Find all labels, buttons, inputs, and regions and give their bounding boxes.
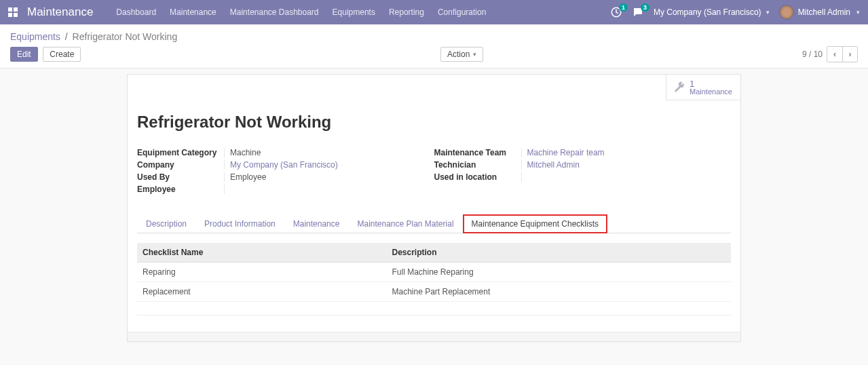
tab-maintenance-equipment-checklists[interactable]: Maintenance Equipment Checklists: [463, 214, 607, 233]
edit-button[interactable]: Edit: [10, 47, 38, 62]
checklist-table-wrap: Checklist Name Description Reparing Full…: [137, 243, 731, 315]
action-label: Action: [447, 50, 470, 59]
maintenance-stat-button[interactable]: 1 Maintenance: [666, 75, 740, 100]
messages-button[interactable]: 3: [632, 6, 644, 18]
create-button[interactable]: Create: [43, 47, 81, 62]
tab-maintenance-plan-material[interactable]: Maintenance Plan Material: [348, 214, 462, 233]
cp-left-buttons: Edit Create: [10, 47, 81, 62]
nav-item-dashboard[interactable]: Dashboard: [116, 7, 156, 17]
breadcrumb-current: Refrigerator Not Working: [73, 31, 178, 42]
tab-product-information[interactable]: Product Information: [195, 214, 284, 233]
label-equipment-category: Equipment Category: [137, 148, 224, 157]
user-menu[interactable]: Mitchell Admin: [779, 5, 860, 20]
value-technician[interactable]: Mitchell Admin: [527, 160, 580, 170]
sheet-footer-strip: [128, 332, 740, 341]
label-technician: Technician: [434, 160, 521, 170]
stat-count: 1: [690, 79, 732, 88]
stat-button-box: 1 Maintenance: [128, 75, 740, 100]
nav-item-configuration[interactable]: Configuration: [438, 7, 486, 17]
pager-prev-button[interactable]: ‹: [827, 47, 842, 62]
tab-description[interactable]: Description: [137, 214, 195, 233]
caret-down-icon: ▾: [473, 51, 476, 58]
stat-label: Maintenance: [690, 88, 732, 96]
avatar: [779, 5, 794, 20]
activities-badge: 1: [619, 3, 628, 12]
form-view: 1 Maintenance Refrigerator Not Working E…: [127, 74, 741, 342]
form-right-column: Maintenance Team Machine Repair team Tec…: [434, 147, 732, 195]
apps-icon[interactable]: [8, 7, 18, 17]
label-employee: Employee: [137, 185, 224, 194]
activities-button[interactable]: 1: [610, 6, 622, 18]
nav-item-equipments[interactable]: Equipments: [333, 7, 375, 17]
action-dropdown[interactable]: Action ▾: [440, 47, 483, 62]
value-equipment-category: Machine: [230, 148, 261, 157]
col-checklist-name[interactable]: Checklist Name: [137, 243, 387, 263]
value-company[interactable]: My Company (San Francisco): [230, 160, 338, 170]
chevron-right-icon: ›: [848, 50, 851, 59]
messages-badge: 3: [641, 3, 649, 12]
breadcrumb-parent[interactable]: Equipments: [10, 31, 60, 42]
label-maintenance-team: Maintenance Team: [434, 148, 521, 157]
nav-item-maintenance-dashboard[interactable]: Maintenance Dashboard: [230, 7, 319, 17]
user-name: Mitchell Admin: [798, 7, 850, 17]
top-navbar: Maintenance Dashboard Maintenance Mainte…: [0, 0, 868, 24]
tab-maintenance[interactable]: Maintenance: [284, 214, 349, 233]
pager-text[interactable]: 9 / 10: [802, 50, 823, 59]
value-maintenance-team[interactable]: Machine Repair team: [527, 148, 605, 157]
notebook-tabs: Description Product Information Maintena…: [137, 214, 731, 233]
pager-buttons: ‹ ›: [827, 46, 858, 62]
table-empty-row: [137, 302, 731, 315]
app-brand[interactable]: Maintenance: [27, 5, 93, 19]
nav-item-reporting[interactable]: Reporting: [389, 7, 424, 17]
form-left-column: Equipment Category Machine Company My Co…: [137, 147, 434, 195]
cell-checklist-name: Reparing: [137, 263, 387, 282]
col-description[interactable]: Description: [387, 243, 732, 263]
page-title: Refrigerator Not Working: [137, 113, 731, 132]
cell-description: Full Machine Reparing: [387, 263, 732, 282]
control-panel: Equipments / Refrigerator Not Working Ed…: [0, 24, 868, 69]
company-selector[interactable]: My Company (San Francisco): [654, 7, 770, 17]
table-row[interactable]: Reparing Full Machine Reparing: [137, 263, 731, 282]
label-used-by: Used By: [137, 172, 224, 182]
nav-item-maintenance[interactable]: Maintenance: [170, 7, 216, 17]
pager-next-button[interactable]: ›: [842, 47, 857, 62]
chevron-left-icon: ‹: [833, 50, 836, 59]
label-used-in-location: Used in location: [434, 172, 521, 182]
checklist-table: Checklist Name Description Reparing Full…: [137, 243, 731, 315]
wrench-icon: [673, 81, 685, 94]
breadcrumb: Equipments / Refrigerator Not Working: [10, 28, 858, 46]
company-name: My Company (San Francisco): [654, 7, 761, 17]
breadcrumb-separator: /: [65, 31, 68, 42]
label-company: Company: [137, 160, 224, 170]
cell-checklist-name: Replacement: [137, 282, 387, 302]
value-used-by: Employee: [230, 172, 266, 182]
cell-description: Machine Part Replacement: [387, 282, 732, 302]
nav-menu: Dashboard Maintenance Maintenance Dashbo…: [116, 7, 486, 17]
table-row[interactable]: Replacement Machine Part Replacement: [137, 282, 731, 302]
